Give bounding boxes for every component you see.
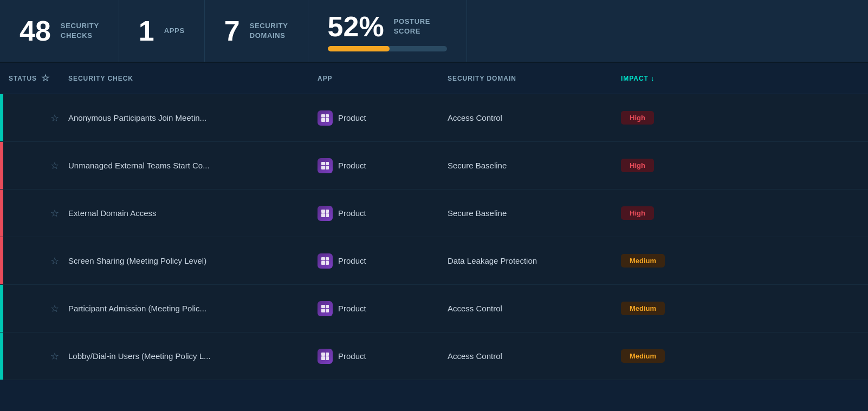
posture-label: POSTURESCORE bbox=[394, 17, 430, 36]
star-cell[interactable]: ☆ bbox=[41, 255, 68, 267]
security-checks-stat: 48 SECURITYCHECKS bbox=[0, 0, 119, 62]
apps-number: 1 bbox=[139, 17, 154, 45]
star-icon[interactable]: ☆ bbox=[50, 350, 59, 362]
impact-badge: High bbox=[621, 206, 654, 220]
status-indicator bbox=[0, 190, 3, 237]
check-name: External Domain Access bbox=[68, 208, 318, 218]
impact-badge-cell: Medium bbox=[621, 254, 729, 268]
domain-name: Access Control bbox=[448, 304, 621, 313]
impact-sort-icon[interactable]: ↓ bbox=[651, 74, 655, 82]
domain-name: Secure Baseline bbox=[448, 161, 621, 170]
domain-name: Access Control bbox=[448, 113, 621, 122]
impact-badge: Medium bbox=[621, 254, 665, 268]
col-status: STATUS bbox=[9, 75, 41, 82]
impact-badge-cell: Medium bbox=[621, 302, 729, 315]
check-name: Unmanaged External Teams Start Co... bbox=[68, 161, 318, 170]
col-impact: IMPACT ↓ bbox=[621, 74, 729, 82]
col-security-domain: SECURITY DOMAIN bbox=[448, 75, 621, 82]
app-name: Product bbox=[338, 256, 366, 265]
star-cell[interactable]: ☆ bbox=[41, 303, 68, 315]
table-row[interactable]: ☆ Participant Admission (Meeting Polic..… bbox=[0, 285, 868, 332]
impact-label: IMPACT bbox=[621, 75, 649, 82]
table-row[interactable]: ☆ Anonymous Participants Join Meetin... … bbox=[0, 94, 868, 142]
app-cell: Product bbox=[318, 301, 448, 316]
status-indicator bbox=[0, 94, 3, 141]
app-cell: Product bbox=[318, 349, 448, 364]
security-checks-label: SECURITYCHECKS bbox=[61, 21, 99, 41]
security-domains-label: SECURITYDOMAINS bbox=[250, 21, 288, 41]
apps-stat: 1 APPS bbox=[119, 0, 205, 62]
impact-badge-cell: Medium bbox=[621, 349, 729, 363]
star-icon[interactable]: ☆ bbox=[50, 303, 59, 315]
security-domains-number: 7 bbox=[224, 17, 240, 45]
posture-bar-fill bbox=[328, 46, 390, 51]
app-cell: Product bbox=[318, 253, 448, 269]
star-header-icon: ☆ bbox=[41, 73, 50, 83]
security-domains-stat: 7 SECURITYDOMAINS bbox=[205, 0, 308, 62]
teams-icon bbox=[318, 253, 333, 269]
check-name: Anonymous Participants Join Meetin... bbox=[68, 113, 318, 122]
app-name: Product bbox=[338, 208, 366, 218]
check-name: Screen Sharing (Meeting Policy Level) bbox=[68, 256, 318, 265]
star-icon[interactable]: ☆ bbox=[50, 255, 59, 267]
table-header: STATUS ☆ SECURITY CHECK APP SECURITY DOM… bbox=[0, 63, 868, 94]
star-cell[interactable]: ☆ bbox=[41, 207, 68, 219]
app-cell: Product bbox=[318, 158, 448, 173]
table-row[interactable]: ☆ External Domain Access Product Secure … bbox=[0, 190, 868, 237]
impact-badge-cell: High bbox=[621, 159, 729, 172]
app-name: Product bbox=[338, 113, 366, 122]
domain-name: Data Leakage Protection bbox=[448, 256, 621, 265]
teams-icon bbox=[318, 158, 333, 173]
teams-icon bbox=[318, 206, 333, 221]
col-star: ☆ bbox=[41, 73, 68, 84]
status-indicator bbox=[0, 237, 3, 284]
app-cell: Product bbox=[318, 206, 448, 221]
table-row[interactable]: ☆ Unmanaged External Teams Start Co... P… bbox=[0, 142, 868, 190]
app-name: Product bbox=[338, 304, 366, 313]
star-icon[interactable]: ☆ bbox=[50, 112, 59, 124]
impact-badge: Medium bbox=[621, 349, 665, 363]
app-cell: Product bbox=[318, 110, 448, 126]
app-name: Product bbox=[338, 351, 366, 361]
impact-badge: High bbox=[621, 111, 654, 125]
posture-percent: 52% bbox=[328, 10, 384, 43]
posture-score-stat: 52% POSTURESCORE bbox=[308, 0, 467, 62]
stats-bar: 48 SECURITYCHECKS 1 APPS 7 SECURITYDOMAI… bbox=[0, 0, 868, 63]
impact-badge-cell: High bbox=[621, 111, 729, 125]
teams-icon bbox=[318, 349, 333, 364]
impact-badge-cell: High bbox=[621, 206, 729, 220]
teams-icon bbox=[318, 110, 333, 126]
star-icon[interactable]: ☆ bbox=[50, 207, 59, 219]
teams-icon bbox=[318, 301, 333, 316]
star-icon[interactable]: ☆ bbox=[50, 160, 59, 172]
status-indicator bbox=[0, 332, 3, 380]
posture-bar bbox=[328, 46, 447, 51]
status-indicator bbox=[0, 142, 3, 189]
star-cell[interactable]: ☆ bbox=[41, 112, 68, 124]
domain-name: Secure Baseline bbox=[448, 208, 621, 218]
apps-label: APPS bbox=[164, 26, 185, 36]
status-indicator bbox=[0, 285, 3, 332]
security-checks-number: 48 bbox=[20, 17, 51, 45]
star-cell[interactable]: ☆ bbox=[41, 350, 68, 362]
domain-name: Access Control bbox=[448, 351, 621, 361]
star-cell[interactable]: ☆ bbox=[41, 160, 68, 172]
col-security-check: SECURITY CHECK bbox=[68, 75, 318, 82]
check-name: Participant Admission (Meeting Polic... bbox=[68, 304, 318, 313]
impact-badge: Medium bbox=[621, 302, 665, 315]
table-row[interactable]: ☆ Screen Sharing (Meeting Policy Level) … bbox=[0, 237, 868, 285]
impact-badge: High bbox=[621, 159, 654, 172]
table-row[interactable]: ☆ Lobby/Dial-in Users (Meeting Policy L.… bbox=[0, 332, 868, 380]
security-checks-table: STATUS ☆ SECURITY CHECK APP SECURITY DOM… bbox=[0, 63, 868, 380]
posture-top: 52% POSTURESCORE bbox=[328, 10, 430, 43]
check-name: Lobby/Dial-in Users (Meeting Policy L... bbox=[68, 351, 318, 361]
app-name: Product bbox=[338, 161, 366, 170]
col-app: APP bbox=[318, 75, 448, 82]
